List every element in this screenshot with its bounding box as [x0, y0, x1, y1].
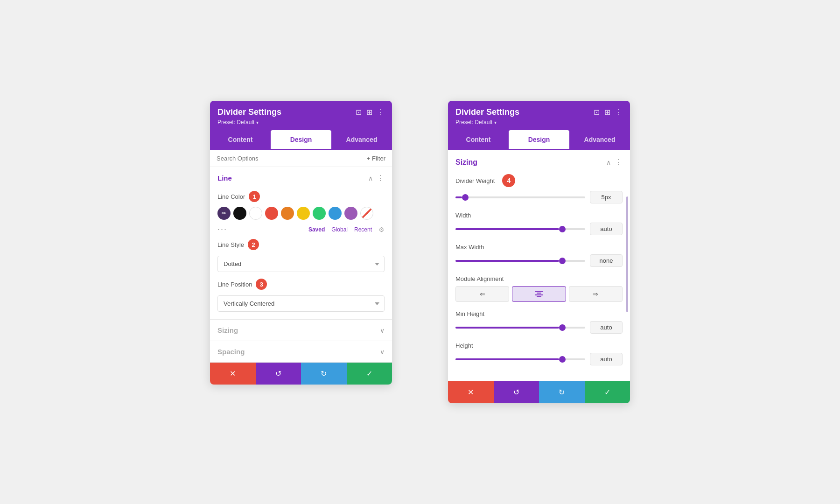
swatch-yellow[interactable]	[297, 207, 310, 220]
swatch-tab-saved[interactable]: Saved	[308, 226, 325, 233]
color-swatches: ✏	[217, 207, 385, 220]
swatch-green[interactable]	[313, 207, 326, 220]
left-cancel-button[interactable]: ✕	[210, 363, 256, 385]
filter-label: Filter	[372, 155, 385, 162]
left-redo-button[interactable]: ↻	[301, 363, 347, 385]
right-preset-line[interactable]: Preset: Default ▾	[455, 119, 623, 126]
width-fill	[455, 228, 559, 230]
right-panel-title: Divider Settings	[455, 107, 519, 117]
swatch-none[interactable]	[360, 207, 373, 220]
max-width-track[interactable]	[455, 260, 585, 262]
right-redo-button[interactable]: ↻	[539, 381, 585, 403]
min-height-track[interactable]	[455, 327, 585, 329]
right-save-button[interactable]: ✓	[585, 381, 630, 403]
sizing-section-header[interactable]: Sizing ∨	[210, 320, 392, 341]
tab-design[interactable]: Design	[271, 130, 331, 150]
right-tab-content[interactable]: Content	[448, 130, 509, 150]
line-section-header[interactable]: Line ∧ ⋮	[210, 167, 392, 189]
line-position-badge: 3	[256, 279, 267, 290]
swatch-tab-global[interactable]: Global	[331, 226, 348, 233]
right-columns-icon[interactable]: ⊞	[604, 108, 610, 117]
swatch-white[interactable]	[249, 207, 262, 220]
swatch-settings-icon[interactable]: ⚙	[378, 226, 385, 233]
min-height-fill	[455, 327, 559, 329]
resize-icon[interactable]: ⊡	[356, 108, 362, 117]
right-resize-icon[interactable]: ⊡	[594, 108, 600, 117]
swatch-red[interactable]	[265, 207, 278, 220]
right-undo-button[interactable]: ↺	[494, 381, 539, 403]
min-height-thumb[interactable]	[559, 324, 566, 331]
line-style-badge: 2	[248, 239, 259, 250]
height-value[interactable]: auto	[590, 353, 623, 365]
color-edit-swatch[interactable]: ✏	[217, 207, 231, 220]
swatch-purple[interactable]	[344, 207, 357, 220]
min-height-value[interactable]: auto	[590, 321, 623, 334]
swatch-orange[interactable]	[281, 207, 294, 220]
right-panel-header: Divider Settings ⊡ ⊞ ⋮ Preset: Default ▾	[448, 101, 630, 130]
swatch-black[interactable]	[233, 207, 246, 220]
divider-weight-thumb[interactable]	[462, 194, 469, 201]
alignment-buttons: ⇐ ⇒	[455, 286, 623, 302]
svg-rect-3	[537, 296, 541, 297]
divider-weight-row: Divider Weight 4 5px	[455, 174, 623, 203]
divider-weight-badge: 4	[502, 174, 515, 187]
right-tab-design[interactable]: Design	[509, 130, 569, 150]
max-width-value[interactable]: none	[590, 254, 623, 267]
width-label: Width	[455, 212, 623, 219]
module-alignment-label: Module Alignment	[455, 275, 623, 282]
line-style-select[interactable]: Dotted Solid Dashed Double	[217, 256, 385, 272]
right-tab-advanced[interactable]: Advanced	[569, 130, 630, 150]
sizing-up-icon[interactable]: ∧	[606, 159, 611, 166]
height-track[interactable]	[455, 358, 585, 360]
right-preset-arrow-icon: ▾	[494, 120, 497, 125]
tab-advanced[interactable]: Advanced	[331, 130, 392, 150]
width-slider: auto	[455, 223, 623, 235]
spacing-chevron-icon: ∨	[380, 348, 385, 356]
divider-weight-label: Divider Weight 4	[455, 174, 623, 187]
right-panel-body: Sizing ∧ ⋮ Divider Weight 4	[448, 150, 630, 381]
align-left-icon: ⇐	[480, 290, 485, 298]
align-center-button[interactable]	[512, 286, 566, 302]
align-left-button[interactable]: ⇐	[455, 286, 509, 302]
min-height-label: Min Height	[455, 310, 623, 317]
divider-weight-value[interactable]: 5px	[590, 191, 623, 203]
more-icon[interactable]: ⋮	[377, 108, 385, 117]
tab-content[interactable]: Content	[210, 130, 271, 150]
sizing-title: Sizing	[455, 158, 477, 167]
min-height-slider: auto	[455, 321, 623, 334]
right-cancel-button[interactable]: ✕	[448, 381, 494, 403]
width-track[interactable]	[455, 228, 585, 230]
max-width-fill	[455, 260, 559, 262]
swatch-blue[interactable]	[329, 207, 342, 220]
search-input[interactable]	[217, 155, 363, 162]
max-width-label: Max Width	[455, 244, 623, 251]
right-panel-footer: ✕ ↺ ↻ ✓	[448, 381, 630, 403]
left-save-button[interactable]: ✓	[347, 363, 392, 385]
spacing-section-header[interactable]: Spacing ∨	[210, 341, 392, 362]
filter-button[interactable]: + Filter	[367, 155, 385, 162]
width-thumb[interactable]	[559, 226, 566, 232]
line-dots-icon[interactable]: ⋮	[377, 174, 385, 182]
height-slider: auto	[455, 353, 623, 365]
height-thumb[interactable]	[559, 356, 566, 363]
height-label: Height	[455, 342, 623, 349]
line-position-select[interactable]: Vertically Centered Top Bottom	[217, 295, 385, 312]
right-more-icon[interactable]: ⋮	[615, 108, 623, 117]
swatch-tabs: Saved Global Recent ⚙	[308, 226, 385, 233]
left-panel-body: + Filter Line ∧ ⋮ Line Color	[210, 150, 392, 363]
swatch-tab-recent[interactable]: Recent	[354, 226, 372, 233]
search-bar: + Filter	[210, 150, 392, 167]
right-tabs: Content Design Advanced	[448, 130, 630, 150]
swatch-more-dots[interactable]: ···	[217, 224, 227, 234]
sizing-dots-icon[interactable]: ⋮	[615, 158, 623, 167]
left-undo-button[interactable]: ↺	[256, 363, 301, 385]
align-right-button[interactable]: ⇒	[569, 286, 623, 302]
divider-weight-track[interactable]	[455, 196, 585, 198]
columns-icon[interactable]: ⊞	[366, 108, 372, 117]
left-panel-header: Divider Settings ⊡ ⊞ ⋮ Preset: Default ▾	[210, 101, 392, 130]
width-value[interactable]: auto	[590, 223, 623, 235]
max-width-slider: none	[455, 254, 623, 267]
max-width-thumb[interactable]	[559, 258, 566, 264]
svg-rect-0	[535, 291, 543, 292]
left-preset-line[interactable]: Preset: Default ▾	[217, 119, 385, 126]
